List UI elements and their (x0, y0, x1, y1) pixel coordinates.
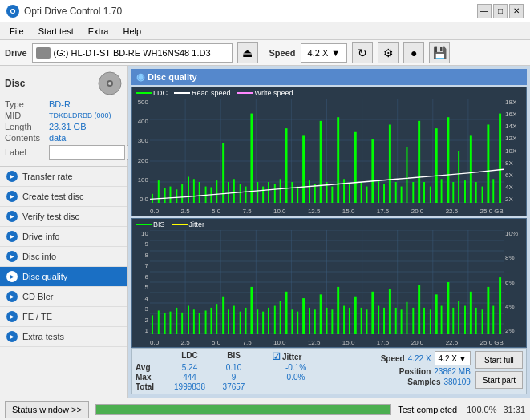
label-input[interactable] (49, 145, 125, 160)
svg-rect-24 (188, 177, 189, 204)
stats-right: Speed 4.22 X 4.2 X ▼ Position 23862 MB (381, 351, 471, 386)
refresh-button[interactable]: ↻ (352, 42, 373, 63)
fe-te-label: FE / TE (22, 312, 52, 321)
svg-rect-132 (343, 306, 345, 334)
drive-bar: Drive (G:) HL-DT-ST BD-RE WH16NS48 1.D3 … (0, 40, 530, 66)
stats-max-row: Max 444 9 0.0% (136, 373, 376, 382)
svg-rect-77 (492, 179, 494, 203)
bis-y-labels-left: 10 9 8 7 6 5 4 3 2 1 (132, 230, 150, 334)
avg-label: Avg (136, 363, 168, 372)
svg-rect-138 (378, 306, 379, 334)
svg-rect-64 (418, 121, 420, 203)
stats-table: LDC BIS ☑ Jitter Avg 5.24 (136, 351, 376, 391)
extra-tests-icon: ► (6, 331, 18, 342)
menu-file[interactable]: File (3, 25, 30, 38)
svg-rect-20 (164, 188, 166, 203)
svg-rect-107 (199, 313, 200, 334)
bis-col-header: BIS (212, 351, 256, 362)
svg-rect-58 (383, 184, 385, 203)
svg-rect-156 (482, 309, 483, 334)
status-window-button[interactable]: Status window >> (5, 401, 89, 418)
svg-rect-114 (240, 312, 241, 334)
sidebar-item-disc-info[interactable]: ► Disc info (0, 247, 127, 267)
svg-rect-63 (412, 182, 414, 203)
sidebar-item-transfer-rate[interactable]: ► Transfer rate (0, 167, 127, 187)
svg-rect-54 (361, 182, 362, 203)
svg-rect-34 (245, 187, 247, 203)
sidebar-item-drive-info[interactable]: ► Drive info (0, 227, 127, 247)
close-button[interactable]: ✕ (509, 4, 524, 18)
avg-jitter: -0.1% (272, 363, 320, 372)
ldc-chart: LDC Read speed Write speed (131, 87, 527, 216)
svg-rect-55 (366, 187, 368, 203)
svg-rect-56 (371, 139, 374, 203)
transfer-rate-icon: ► (6, 171, 18, 182)
speed-dropdown[interactable]: 4.2 X ▼ (435, 351, 471, 365)
menu-bar: File Start test Extra Help (0, 22, 530, 40)
disc-title: Disc (5, 78, 25, 89)
write-speed-legend-item: Write speed (237, 89, 293, 97)
jitter-col-header: ☑ Jitter (272, 351, 320, 362)
maximize-button[interactable]: □ (493, 4, 508, 18)
settings-button[interactable]: ⚙ (378, 42, 399, 63)
svg-rect-31 (228, 182, 229, 203)
speed-row: Speed 4.22 X 4.2 X ▼ (381, 351, 471, 365)
contents-value: data (49, 133, 66, 143)
sidebar-item-extra-tests[interactable]: ► Extra tests (0, 327, 127, 347)
speed-select[interactable]: 4.2 X ▼ (301, 43, 348, 63)
start-full-button[interactable]: Start full (475, 351, 523, 369)
menu-start-test[interactable]: Start test (32, 25, 80, 38)
burn-button[interactable]: ● (403, 42, 424, 63)
disc-panel: Disc Type BD-R MID TDKBLDRBB (000) Lengt… (0, 66, 127, 167)
svg-rect-53 (354, 132, 357, 203)
length-value: 23.31 GB (49, 122, 86, 131)
svg-rect-35 (250, 114, 253, 203)
sidebar-item-fe-te[interactable]: ► FE / TE (0, 307, 127, 327)
svg-rect-120 (274, 306, 276, 334)
drive-select[interactable]: (G:) HL-DT-ST BD-RE WH16NS48 1.D3 (32, 43, 233, 63)
write-speed-legend-label: Write speed (255, 89, 293, 97)
sidebar-item-verify-test-disc[interactable]: ► Verify test disc (0, 207, 127, 227)
svg-rect-143 (406, 302, 407, 334)
action-buttons: Start full Start part (475, 351, 523, 389)
svg-rect-128 (320, 294, 322, 334)
ldc-col-header: LDC (168, 351, 212, 362)
save-button[interactable]: 💾 (429, 42, 450, 63)
create-test-disc-icon: ► (6, 191, 18, 202)
progress-bar-container (95, 404, 391, 415)
bis-legend-color (136, 224, 152, 225)
svg-rect-25 (193, 179, 195, 203)
cd-bler-icon: ► (6, 291, 18, 302)
eject-button[interactable]: ⏏ (237, 42, 258, 63)
max-jitter: 0.0% (272, 373, 320, 382)
menu-help[interactable]: Help (116, 25, 148, 38)
disc-quality-label: Disc quality (22, 272, 67, 281)
svg-rect-115 (245, 308, 247, 334)
svg-rect-44 (302, 135, 305, 203)
contents-label: Contents (5, 133, 49, 143)
svg-rect-154 (470, 292, 472, 334)
disc-quality-title: Disc quality (148, 72, 197, 82)
speed-dropdown-arrow: ▼ (331, 48, 340, 58)
progress-bar-fill (96, 405, 390, 414)
sidebar-item-create-test-disc[interactable]: ► Create test disc (0, 187, 127, 207)
svg-rect-159 (499, 277, 501, 334)
bis-legend-label: BIS (153, 220, 165, 228)
mid-label: MID (5, 111, 49, 120)
svg-rect-22 (176, 189, 177, 203)
svg-rect-136 (366, 309, 368, 334)
start-part-button[interactable]: Start part (475, 371, 523, 389)
svg-rect-74 (475, 182, 477, 203)
menu-extra[interactable]: Extra (82, 25, 115, 38)
svg-rect-50 (337, 117, 339, 203)
svg-rect-62 (406, 147, 407, 203)
main-layout: Disc Type BD-R MID TDKBLDRBB (000) Lengt… (0, 66, 530, 398)
minimize-button[interactable]: — (477, 4, 492, 18)
svg-rect-32 (233, 179, 235, 203)
svg-rect-68 (441, 179, 443, 203)
sidebar-item-cd-bler[interactable]: ► CD Bler (0, 287, 127, 307)
stats-total-row: Total 1999838 37657 (136, 382, 376, 391)
sidebar-item-disc-quality[interactable]: ► Disc quality (0, 267, 127, 287)
svg-rect-60 (395, 182, 397, 203)
jitter-checkbox[interactable]: ☑ (272, 351, 281, 362)
